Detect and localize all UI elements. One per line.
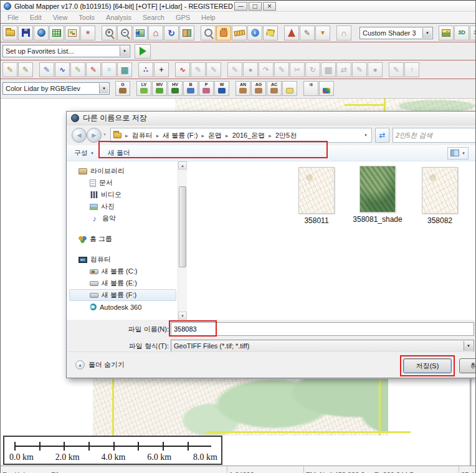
lidar-color-combo[interactable]: Color Lidar by RGB/Elev — [2, 82, 110, 95]
sidebar-item-pictures[interactable]: 사진 — [69, 201, 176, 213]
address-breadcrumb-bar[interactable]: ▶ 컴퓨터 ▶ 새 볼륨 (F:) ▶ 온맵 ▶ 2016_온맵 ▶ — [110, 128, 372, 143]
open-file-icon[interactable] — [2, 26, 17, 41]
create-points-icon[interactable]: ∴ — [138, 62, 153, 77]
menu-help[interactable]: Help — [196, 14, 221, 21]
paint-features-icon[interactable]: ✎ — [352, 62, 367, 77]
menu-tools[interactable]: Tools — [73, 14, 100, 21]
hillshade-icon[interactable] — [439, 26, 454, 41]
zoom-rect-icon[interactable] — [201, 26, 216, 41]
sidebar-spacer[interactable] — [69, 224, 176, 233]
lidar-color-grid-icon[interactable] — [319, 81, 334, 96]
file-item[interactable]: 358082 — [412, 167, 468, 225]
curve-feature-icon[interactable]: ↷ — [259, 62, 274, 77]
create-point-icon[interactable]: ✎ — [70, 62, 85, 77]
scroll-up-icon[interactable]: ▲ — [178, 161, 187, 170]
save-workspace-icon[interactable] — [18, 26, 33, 41]
favorites-combo[interactable]: Set up Favorites List... — [2, 45, 130, 57]
path-profile-icon[interactable]: ✎ — [300, 26, 315, 41]
lidar-ac-icon[interactable]: AC — [267, 81, 282, 96]
history-dropdown-icon[interactable]: ▼ — [103, 133, 107, 136]
lidar-med-veg-icon[interactable]: MV — [152, 81, 167, 96]
3d-settings-icon[interactable]: 3D — [470, 26, 475, 41]
breadcrumb-segment[interactable]: ▶ 컴퓨터 — [121, 128, 153, 142]
merge-features-icon[interactable]: ✎ — [274, 62, 289, 77]
chevron-down-icon[interactable] — [99, 84, 108, 93]
split-features-icon[interactable]: ✂ — [290, 62, 305, 77]
walk-mode-icon[interactable]: ∩ — [336, 26, 351, 41]
configuration-icon[interactable]: * — [80, 26, 95, 41]
lidar-ag-icon[interactable]: AG — [251, 81, 266, 96]
full-view-icon[interactable] — [133, 26, 148, 41]
scroll-down-icon[interactable]: ▼ — [178, 312, 187, 320]
file-item[interactable]: 358081_shade — [350, 166, 406, 224]
filename-input[interactable] — [171, 322, 474, 336]
map-layout-icon[interactable] — [65, 26, 80, 41]
filetype-combo[interactable]: GeoTIFF Files (*.tif; *.tiff) — [171, 340, 474, 352]
lidar-high-veg-icon[interactable]: HV — [168, 81, 183, 96]
create-circle-icon[interactable]: ○ — [102, 62, 117, 77]
sidebar-item-libraries[interactable]: 라이브러리 — [69, 165, 176, 177]
menu-edit[interactable]: Edit — [24, 14, 47, 21]
offset-feature-icon[interactable]: ✎ — [389, 62, 404, 77]
back-button[interactable]: ◄ — [72, 128, 87, 143]
sidebar-scrollbar[interactable]: ▲ ▼ — [178, 161, 187, 320]
refresh-button[interactable]: ⇄ — [375, 128, 389, 143]
chevron-down-icon[interactable] — [422, 28, 432, 38]
scrollbar-thumb[interactable] — [179, 186, 186, 267]
sidebar-spacer[interactable] — [69, 245, 176, 254]
sidebar-item-drive-f[interactable]: 새 볼륨 (F:) — [69, 289, 176, 301]
maximize-button[interactable]: □ — [249, 2, 262, 11]
cancel-button[interactable]: 취소 — [459, 358, 476, 373]
lidar-filter-icon[interactable]: ⇉ — [303, 81, 318, 96]
apply-favorite-button[interactable] — [135, 44, 151, 59]
shader-combo[interactable]: Custom Shader 3 — [359, 27, 433, 39]
chevron-down-icon[interactable] — [464, 341, 473, 351]
zoom-in-icon[interactable]: + — [102, 26, 117, 41]
menu-view[interactable]: View — [47, 14, 74, 21]
breadcrumb-segment[interactable]: ▶ 온맵 — [198, 128, 222, 142]
lidar-select-poly-icon[interactable] — [282, 81, 297, 96]
feature-info-icon[interactable]: i — [247, 26, 262, 41]
save-button[interactable]: 저장(S) — [403, 358, 452, 373]
breadcrumb-segment[interactable]: ▶ 2016_온맵 — [222, 128, 265, 142]
menu-search[interactable]: Search — [137, 14, 170, 21]
more-tools-icon[interactable]: ▼ — [315, 26, 330, 41]
sidebar-item-documents[interactable]: 문서 — [69, 177, 176, 189]
attributes-icon[interactable]: ▦ — [321, 62, 336, 77]
hide-folders-button[interactable]: ▲ 폴더 숨기기 — [75, 360, 125, 370]
last-view-icon[interactable]: ↻ — [164, 26, 179, 41]
address-dropdown-icon[interactable] — [361, 133, 370, 137]
copy-feature-icon[interactable]: ✎ — [206, 62, 221, 77]
edit-vertices-icon[interactable]: ✎ — [227, 62, 242, 77]
create-area-icon[interactable]: ✎ — [2, 62, 17, 77]
move-feature-icon[interactable]: ✎ — [191, 62, 206, 77]
lidar-water-icon[interactable]: W — [214, 81, 229, 96]
create-grid-icon[interactable]: ▦ — [117, 62, 132, 77]
close-button[interactable]: × — [263, 2, 276, 11]
organize-button[interactable]: 구성▼ — [74, 148, 94, 158]
forward-button[interactable]: ► — [87, 128, 102, 143]
edit-spline-icon[interactable]: ∿ — [175, 62, 190, 77]
pan-hand-icon[interactable] — [216, 26, 231, 41]
search-input[interactable] — [393, 128, 476, 142]
export-feature-icon[interactable]: ↑ — [404, 62, 419, 77]
new-folder-button[interactable]: 새 폴더 — [108, 148, 130, 158]
sidebar-item-music[interactable]: ♪ 음악 — [69, 213, 176, 224]
breadcrumb-segment[interactable]: ▶ 2만5천 — [265, 128, 297, 142]
home-view-icon[interactable]: ⌂ — [148, 26, 163, 41]
sidebar-item-videos[interactable]: 비디오 — [69, 189, 176, 201]
lidar-building-icon[interactable]: B — [183, 81, 198, 96]
download-online-data-icon[interactable] — [34, 26, 49, 41]
menu-gps[interactable]: GPS — [170, 14, 196, 21]
georectify-icon[interactable]: ● — [243, 62, 258, 77]
sidebar-item-homegroup[interactable]: 홈 그룹 — [69, 233, 176, 245]
breadcrumb-segment[interactable]: ▶ 새 볼륨 (F:) — [153, 128, 198, 142]
create-cad-icon[interactable]: ✎ — [86, 62, 101, 77]
create-spline-icon[interactable]: ∿ — [55, 62, 70, 77]
snap-vertex-icon[interactable]: + — [154, 62, 169, 77]
3d-terrain-icon[interactable]: 3D — [454, 26, 469, 41]
sidebar-item-drive-c[interactable]: 새 볼륨 (C:) — [69, 265, 176, 277]
sidebar-item-drive-e[interactable]: 새 볼륨 (E:) — [69, 277, 176, 289]
menu-file[interactable]: File — [2, 14, 24, 21]
select-polygon-icon[interactable] — [263, 26, 278, 41]
